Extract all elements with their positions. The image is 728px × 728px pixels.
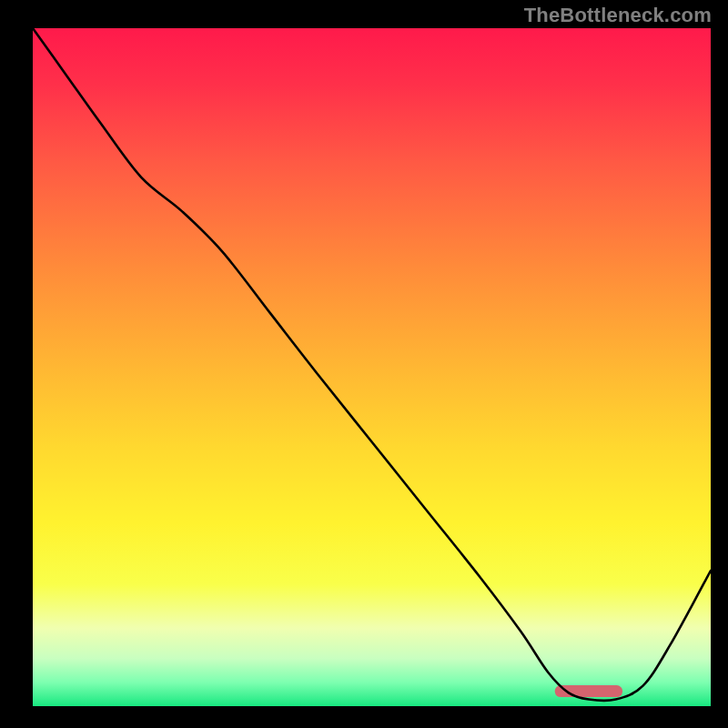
watermark-label: TheBottleneck.com (524, 4, 712, 27)
gradient-background (33, 28, 711, 706)
bottleneck-chart (33, 28, 711, 706)
chart-frame: TheBottleneck.com (0, 0, 728, 728)
plot-area (33, 28, 711, 706)
